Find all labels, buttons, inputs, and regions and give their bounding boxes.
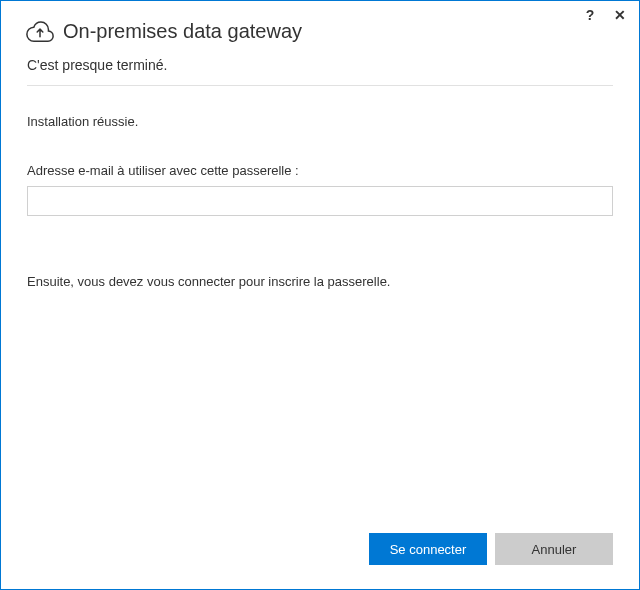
cancel-button[interactable]: Annuler — [495, 533, 613, 565]
subheader: C'est presque terminé. — [1, 51, 639, 85]
connect-button[interactable]: Se connecter — [369, 533, 487, 565]
footer: Se connecter Annuler — [1, 513, 639, 589]
content: Installation réussie. Adresse e-mail à u… — [1, 86, 639, 513]
titlebar-controls: ? ✕ — [581, 7, 629, 23]
instruction-text: Ensuite, vous devez vous connecter pour … — [27, 274, 613, 289]
header: On-premises data gateway — [1, 1, 639, 51]
email-field[interactable] — [27, 186, 613, 216]
help-button[interactable]: ? — [581, 7, 599, 23]
window: ? ✕ On-premises data gateway C'est presq… — [0, 0, 640, 590]
close-button[interactable]: ✕ — [611, 7, 629, 23]
installation-status: Installation réussie. — [27, 114, 613, 129]
app-title: On-premises data gateway — [63, 20, 302, 43]
email-label: Adresse e-mail à utiliser avec cette pas… — [27, 163, 613, 178]
cloud-upload-icon — [25, 19, 55, 43]
